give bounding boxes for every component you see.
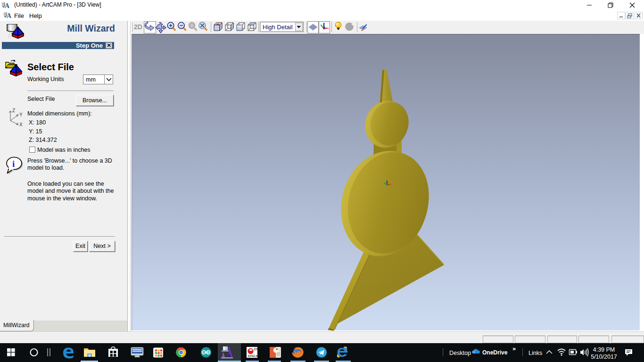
svg-text:»: »: [512, 345, 516, 352]
svg-text:2D: 2D: [134, 23, 142, 31]
svg-text:A: A: [5, 2, 9, 9]
svg-text:Links: Links: [528, 350, 542, 356]
svg-text:4:39 PM: 4:39 PM: [593, 346, 615, 353]
svg-text:Y: Y: [19, 112, 23, 117]
svg-text:i: i: [12, 159, 15, 169]
svg-text:EAGLE: EAGLE: [248, 354, 258, 357]
svg-text:CS: CS: [254, 347, 259, 351]
svg-text:X: X: [19, 122, 23, 126]
svg-text:5/10/2017: 5/10/2017: [591, 354, 617, 360]
svg-text:Z: Z: [12, 108, 15, 113]
svg-text:A: A: [7, 12, 11, 19]
svg-text:Desktop: Desktop: [449, 350, 471, 356]
svg-text:OneDrive: OneDrive: [482, 349, 508, 356]
svg-text:High Detail: High Detail: [263, 24, 293, 31]
